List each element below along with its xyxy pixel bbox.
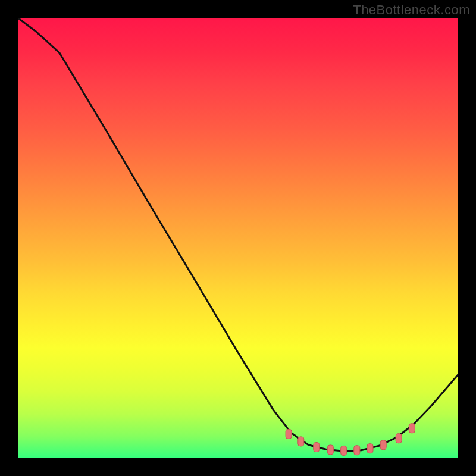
marker-point (341, 446, 347, 455)
curve-svg (18, 18, 458, 458)
watermark-label: TheBottleneck.com (353, 2, 470, 18)
marker-point (396, 434, 402, 443)
marker-point (367, 444, 373, 453)
marker-point (298, 437, 304, 446)
marker-point (286, 429, 292, 439)
chart-container: TheBottleneck.com (0, 0, 476, 476)
plot-area (18, 18, 458, 458)
marker-point (327, 445, 333, 455)
marker-point (314, 443, 320, 452)
curve-line (18, 18, 458, 451)
marker-point (380, 440, 386, 450)
marker-point (409, 424, 415, 433)
marker-point (354, 446, 360, 455)
